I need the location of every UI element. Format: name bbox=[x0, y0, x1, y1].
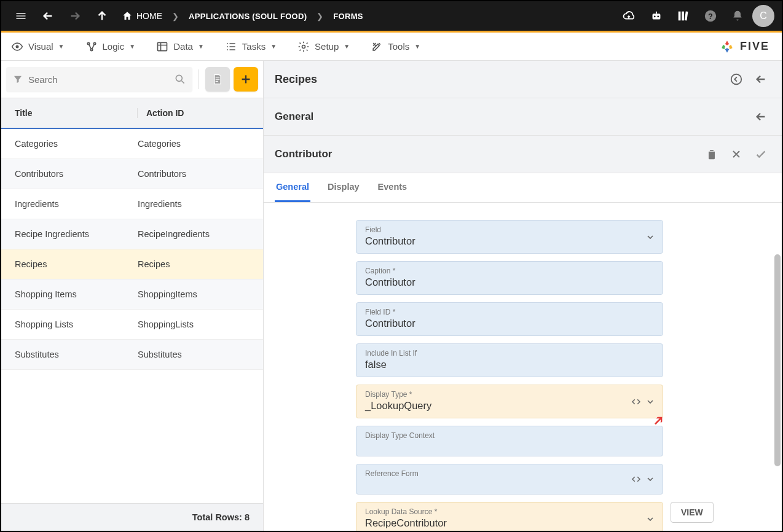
svg-point-14 bbox=[176, 75, 182, 81]
svg-point-10 bbox=[93, 42, 95, 44]
search-icon[interactable] bbox=[174, 73, 186, 85]
help-icon[interactable]: ? bbox=[698, 4, 723, 28]
avatar[interactable]: C bbox=[752, 5, 774, 27]
list-row[interactable]: CategoriesCategories bbox=[1, 129, 263, 159]
list-row[interactable]: SubstitutesSubstitutes bbox=[1, 340, 263, 370]
add-button[interactable] bbox=[234, 67, 258, 92]
svg-rect-4 bbox=[682, 12, 684, 21]
search-box[interactable] bbox=[6, 67, 192, 92]
svg-point-1 bbox=[654, 16, 656, 18]
svg-point-13 bbox=[302, 45, 305, 48]
chevron-down-icon[interactable] bbox=[645, 514, 655, 524]
svg-point-11 bbox=[90, 49, 92, 50]
check-icon[interactable] bbox=[751, 144, 771, 164]
view-button[interactable]: VIEW bbox=[671, 502, 714, 523]
svg-point-2 bbox=[657, 16, 659, 18]
menu-logic[interactable]: Logic▼ bbox=[85, 41, 136, 53]
tab-display[interactable]: Display bbox=[326, 173, 361, 202]
menu-tools[interactable]: Tools▼ bbox=[371, 41, 420, 53]
filter-icon bbox=[12, 74, 23, 85]
panel-title: Recipes bbox=[275, 73, 317, 86]
topbar-right: ? C bbox=[617, 4, 774, 28]
panel-contributor: Contributor bbox=[264, 136, 782, 173]
topbar-left: HOME ❯ APPLICATIONS (SOUL FOOD) ❯ FORMS bbox=[9, 4, 363, 28]
chevron-down-icon[interactable] bbox=[645, 397, 655, 407]
library-icon[interactable] bbox=[671, 4, 696, 28]
col-action-id[interactable]: Action ID bbox=[138, 108, 250, 118]
svg-rect-0 bbox=[653, 14, 661, 19]
back-circle-icon[interactable] bbox=[726, 69, 746, 89]
menu-setup[interactable]: Setup▼ bbox=[297, 41, 350, 53]
menu-tasks[interactable]: Tasks▼ bbox=[225, 41, 277, 53]
top-bar: HOME ❯ APPLICATIONS (SOUL FOOD) ❯ FORMS … bbox=[1, 1, 782, 33]
chevron-down-icon[interactable] bbox=[645, 474, 655, 484]
menu-visual[interactable]: Visual▼ bbox=[11, 41, 65, 53]
document-button[interactable] bbox=[205, 67, 230, 92]
list-footer: Total Rows: 8 bbox=[1, 503, 263, 531]
field-display-type-context[interactable]: Display Type Context bbox=[356, 426, 663, 456]
field-caption[interactable]: Caption * Contributor bbox=[356, 261, 663, 295]
tab-general[interactable]: General bbox=[275, 173, 310, 202]
form-area: Field Contributor Caption * Contributor … bbox=[264, 203, 782, 531]
tabs: General Display Events bbox=[264, 173, 782, 203]
chevron-right-icon: ❯ bbox=[310, 12, 329, 21]
field-include-in-list[interactable]: Include In List If false bbox=[356, 343, 663, 377]
arrow-left-icon[interactable] bbox=[751, 69, 771, 89]
list-row[interactable]: IngredientsIngredients bbox=[1, 189, 263, 219]
field-display-type[interactable]: Display Type * _LookupQuery ➔ bbox=[356, 385, 663, 418]
robot-icon[interactable] bbox=[644, 4, 669, 28]
left-panel: Title Action ID CategoriesCategories Con… bbox=[1, 61, 264, 531]
brand-logo: FIVE bbox=[719, 39, 769, 55]
bell-icon[interactable] bbox=[725, 4, 750, 28]
arrow-left-icon[interactable] bbox=[751, 107, 771, 127]
breadcrumb-home[interactable]: HOME bbox=[122, 10, 162, 22]
cloud-sync-icon[interactable] bbox=[617, 4, 642, 28]
code-icon[interactable] bbox=[631, 474, 642, 485]
menu-data[interactable]: Data▼ bbox=[156, 41, 204, 53]
list-row[interactable]: RecipesRecipes bbox=[1, 249, 263, 280]
menu-icon[interactable] bbox=[9, 4, 33, 28]
panel-recipes: Recipes bbox=[264, 61, 782, 98]
forward-icon bbox=[63, 4, 87, 28]
close-icon[interactable] bbox=[726, 144, 746, 164]
delete-icon[interactable] bbox=[702, 144, 722, 164]
svg-point-9 bbox=[87, 42, 89, 44]
svg-text:?: ? bbox=[708, 12, 713, 21]
list-header: Title Action ID bbox=[1, 98, 263, 129]
panel-title: Contributor bbox=[275, 148, 332, 160]
list-row[interactable]: Shopping ListsShoppingLists bbox=[1, 310, 263, 340]
panel-general: General bbox=[264, 98, 782, 136]
svg-rect-12 bbox=[158, 42, 167, 50]
search-input[interactable] bbox=[28, 74, 174, 85]
code-icon[interactable] bbox=[631, 396, 642, 407]
list-row[interactable]: ContributorsContributors bbox=[1, 159, 263, 189]
field-reference-form[interactable]: Reference Form bbox=[356, 464, 663, 495]
chevron-right-icon: ❯ bbox=[166, 12, 185, 21]
field-field-id[interactable]: Field ID * Contributor bbox=[356, 302, 663, 336]
chevron-down-icon[interactable] bbox=[645, 232, 655, 242]
breadcrumb-home-label: HOME bbox=[136, 11, 162, 21]
back-icon[interactable] bbox=[36, 4, 60, 28]
tab-events[interactable]: Events bbox=[377, 173, 409, 202]
menu-bar: Visual▼ Logic▼ Data▼ Tasks▼ Setup▼ Tools… bbox=[1, 33, 782, 61]
svg-rect-3 bbox=[679, 12, 681, 21]
divider bbox=[199, 69, 199, 89]
up-icon[interactable] bbox=[90, 4, 114, 28]
right-panel: Recipes General Contributor General Disp… bbox=[264, 61, 782, 531]
main: Title Action ID CategoriesCategories Con… bbox=[1, 61, 782, 531]
breadcrumb-forms[interactable]: FORMS bbox=[333, 12, 363, 21]
breadcrumb-applications[interactable]: APPLICATIONS (SOUL FOOD) bbox=[189, 12, 307, 21]
col-title[interactable]: Title bbox=[15, 108, 138, 118]
list-row[interactable]: Shopping ItemsShoppingItems bbox=[1, 280, 263, 310]
svg-point-15 bbox=[731, 74, 742, 85]
list-row[interactable]: Recipe IngredientsRecipeIngredients bbox=[1, 219, 263, 249]
field-lookup-data-source[interactable]: Lookup Data Source * RecipeContributor ➔ bbox=[356, 502, 663, 531]
svg-point-8 bbox=[16, 45, 19, 48]
scrollbar[interactable] bbox=[774, 254, 781, 466]
panel-title: General bbox=[275, 111, 313, 123]
svg-rect-5 bbox=[685, 11, 688, 20]
field-field[interactable]: Field Contributor bbox=[356, 220, 663, 254]
list-body: CategoriesCategories ContributorsContrib… bbox=[1, 129, 263, 503]
breadcrumb: HOME ❯ APPLICATIONS (SOUL FOOD) ❯ FORMS bbox=[122, 10, 363, 22]
search-bar bbox=[1, 61, 263, 98]
